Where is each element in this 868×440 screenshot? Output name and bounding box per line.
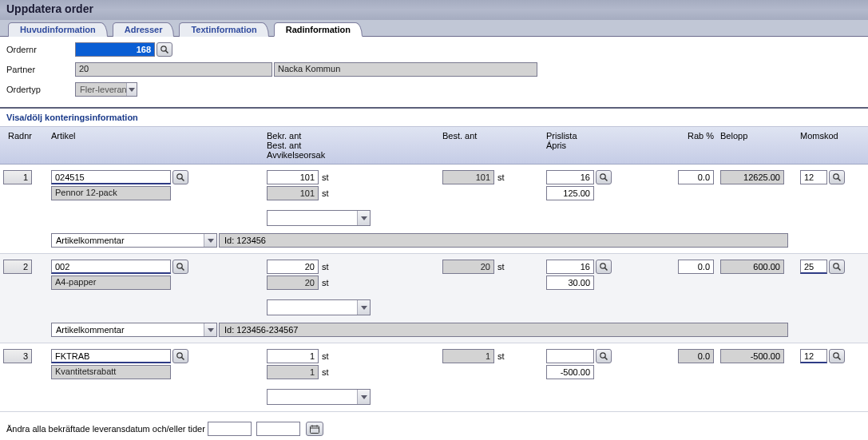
chevron-down-icon <box>361 395 367 399</box>
artikelkommentar-dropdown-button[interactable] <box>204 234 216 247</box>
tab-adresser[interactable]: Adresser <box>113 22 175 37</box>
svg-point-2 <box>177 174 182 179</box>
artikel-search-button[interactable] <box>172 170 188 184</box>
page-title: Uppdatera order <box>0 0 868 20</box>
partner-name: Nacka Kommun <box>274 62 537 77</box>
prislista-input[interactable] <box>546 170 594 184</box>
footer-time-input[interactable] <box>256 422 300 436</box>
unit-label: st <box>497 260 505 272</box>
best-ant-line2: 20 <box>267 275 319 290</box>
tab-radinformation[interactable]: Radinformation <box>274 22 363 37</box>
svg-point-10 <box>600 264 605 268</box>
momskod-search-button[interactable] <box>829 260 845 274</box>
prislista-input[interactable] <box>546 260 594 274</box>
tab-textinformation[interactable]: Textinformation <box>179 22 268 37</box>
bekr-ant-input[interactable] <box>267 349 319 363</box>
bekr-ant-input[interactable] <box>267 260 319 274</box>
calendar-button[interactable] <box>306 422 323 436</box>
chevron-down-icon <box>361 306 367 310</box>
artikel-desc: A4-papper <box>51 275 171 290</box>
footer-date-input[interactable] <box>208 422 252 436</box>
rab-input[interactable] <box>678 260 714 274</box>
table-row: 1st101st12625.00Pennor 12-pack101stArtik… <box>0 165 868 254</box>
avvikelse-dropdown-button[interactable] <box>357 211 370 225</box>
artikel-input[interactable] <box>51 349 171 363</box>
search-icon <box>160 45 169 54</box>
artikelkommentar-select[interactable]: Artikelkommentar <box>51 323 217 337</box>
avvikelse-dropdown-button[interactable] <box>357 300 370 315</box>
search-icon <box>176 172 185 182</box>
avvikelse-select[interactable] <box>267 389 371 405</box>
chevron-down-icon <box>129 88 135 92</box>
momskod-search-button[interactable] <box>829 349 845 363</box>
bekr-ant-input[interactable] <box>267 170 319 184</box>
artikel-desc: Kvantitetsrabatt <box>51 365 171 379</box>
col-artikel: Artikel <box>48 129 264 161</box>
search-icon <box>176 262 185 272</box>
artikelkommentar-id: Id: 123456 <box>219 233 788 248</box>
svg-point-16 <box>600 353 605 358</box>
apris-input[interactable] <box>546 365 594 379</box>
col-momskod: Momskod <box>797 129 868 161</box>
svg-line-11 <box>605 268 608 271</box>
grid-header: Radnr Artikel Bekr. antBest. antAvvikels… <box>0 126 868 165</box>
svg-point-18 <box>834 353 838 358</box>
svg-line-19 <box>838 358 841 360</box>
svg-line-9 <box>182 268 184 271</box>
avvikelse-select[interactable] <box>267 210 371 226</box>
radnr-box[interactable]: 3 <box>3 349 32 363</box>
momskod-search-button[interactable] <box>829 170 845 184</box>
rab-value: 0.0 <box>678 349 714 363</box>
apris-input[interactable] <box>546 275 594 290</box>
prislista-search-button[interactable] <box>596 170 612 184</box>
ordernr-input[interactable] <box>75 42 155 57</box>
ordertyp-dropdown-button[interactable] <box>126 83 137 96</box>
avvikelse-select[interactable] <box>267 299 371 315</box>
partner-label: Partner <box>6 65 75 74</box>
unit-label: st <box>322 350 329 361</box>
artikelkommentar-dropdown-button[interactable] <box>204 323 216 336</box>
belopp-value: 12625.00 <box>720 170 784 184</box>
tab-huvudinformation[interactable]: Huvudinformation <box>8 22 108 37</box>
ordernr-search-button[interactable] <box>157 42 172 57</box>
unit-label: st <box>322 187 329 198</box>
best-ant-line2: 101 <box>267 186 319 200</box>
radnr-box[interactable]: 1 <box>3 170 32 184</box>
artikel-search-button[interactable] <box>172 349 188 363</box>
momskod-input[interactable] <box>800 260 827 274</box>
ordertyp-select[interactable]: Fler-leverans <box>75 82 137 97</box>
ordertyp-value: Fler-leverans <box>76 83 126 96</box>
radnr-box[interactable]: 2 <box>3 260 32 274</box>
rab-input[interactable] <box>678 170 714 184</box>
artikel-input[interactable] <box>51 260 171 274</box>
artikel-input[interactable] <box>51 170 171 184</box>
search-icon <box>176 351 185 361</box>
ordernr-label: Ordernr <box>6 45 75 54</box>
artikelkommentar-select[interactable]: Artikelkommentar <box>51 233 217 248</box>
belopp-value: -500.00 <box>720 349 784 363</box>
tab-bar: HuvudinformationAdresserTextinformationR… <box>0 20 868 37</box>
col-bekr: Bekr. antBest. antAvvikelseorsak <box>264 129 439 161</box>
best-ant-value: 101 <box>442 170 494 184</box>
momskod-input[interactable] <box>800 170 827 184</box>
table-row: 3st1st0.0-500.00Kvantitetsrabatt1st <box>0 343 868 412</box>
prislista-search-button[interactable] <box>596 349 612 363</box>
prislista-input[interactable] <box>546 349 594 363</box>
svg-line-7 <box>838 179 841 181</box>
toggle-kontering-link[interactable]: Visa/dölj konteringsinformation <box>0 109 145 126</box>
svg-point-0 <box>161 46 166 51</box>
unit-label: st <box>322 171 329 182</box>
artikel-desc: Pennor 12-pack <box>51 186 171 200</box>
avvikelse-value <box>268 300 357 315</box>
svg-point-6 <box>834 174 838 179</box>
artikelkommentar-id: Id: 123456-234567 <box>219 323 788 337</box>
svg-line-3 <box>182 179 184 181</box>
svg-point-14 <box>177 353 182 358</box>
artikel-search-button[interactable] <box>172 260 188 274</box>
prislista-search-button[interactable] <box>596 260 612 274</box>
apris-input[interactable] <box>546 186 594 200</box>
avvikelse-dropdown-button[interactable] <box>357 390 370 404</box>
momskod-input[interactable] <box>800 349 827 363</box>
search-icon <box>832 172 842 182</box>
footer-label: Ändra alla bekräftade leveransdatum och/… <box>6 424 205 434</box>
